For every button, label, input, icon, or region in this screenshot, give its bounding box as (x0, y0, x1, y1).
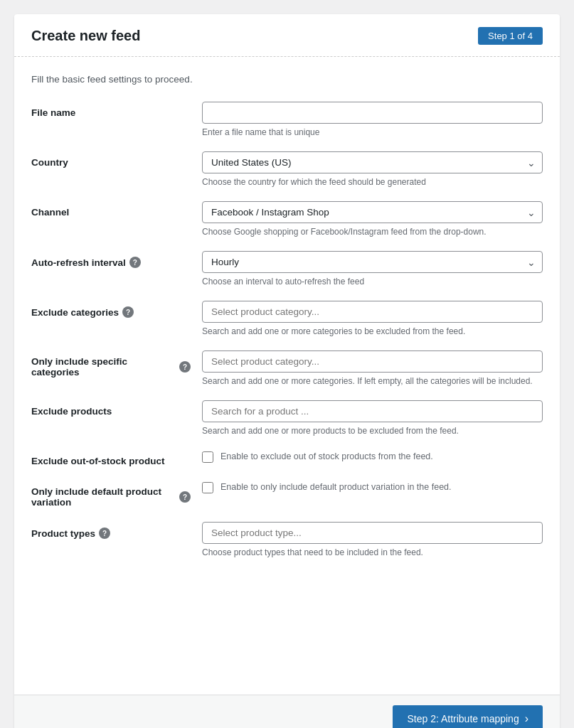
auto-refresh-hint: Choose an interval to auto-refresh the f… (202, 277, 543, 287)
product-types-input[interactable] (202, 522, 543, 544)
default-variation-checkbox-hint: Enable to only include default product v… (220, 481, 452, 494)
next-step-arrow-icon: › (525, 712, 528, 725)
country-select-wrapper: United States (US) United Kingdom (UK) C… (202, 151, 543, 173)
include-categories-row: Only include specific categories ? Searc… (31, 350, 543, 386)
file-name-hint: Enter a file name that is unique (202, 127, 543, 137)
exclude-out-of-stock-checkbox[interactable] (202, 451, 213, 463)
auto-refresh-help-icon[interactable]: ? (129, 257, 141, 268)
auto-refresh-label: Auto-refresh interval ? (31, 257, 191, 268)
file-name-label-col: File name (31, 102, 202, 118)
exclude-categories-help-icon[interactable]: ? (122, 306, 134, 318)
include-categories-hint: Search and add one or more categories. I… (202, 376, 543, 386)
exclude-products-control-col: Search and add one or more products to b… (202, 400, 543, 436)
main-card: Create new feed Step 1 of 4 Fill the bas… (14, 14, 560, 728)
exclude-categories-label: Exclude categories ? (31, 306, 191, 318)
auto-refresh-select[interactable]: Hourly Daily Weekly Monthly (202, 251, 543, 273)
exclude-out-of-stock-label-col: Exclude out-of-stock product (31, 450, 202, 466)
country-select[interactable]: United States (US) United Kingdom (UK) C… (202, 151, 543, 173)
include-categories-help-icon[interactable]: ? (179, 361, 191, 373)
card-footer: Step 2: Attribute mapping › (14, 695, 560, 728)
next-step-label: Step 2: Attribute mapping (407, 713, 519, 724)
step-badge: Step 1 of 4 (478, 27, 543, 45)
product-types-help-icon[interactable]: ? (99, 528, 110, 539)
product-types-row: Product types ? Choose product types tha… (31, 522, 543, 557)
include-categories-control-col: Search and add one or more categories. I… (202, 350, 543, 386)
auto-refresh-label-col: Auto-refresh interval ? (31, 251, 202, 268)
default-variation-checkbox[interactable] (202, 482, 213, 493)
next-step-button[interactable]: Step 2: Attribute mapping › (393, 705, 543, 728)
exclude-out-of-stock-control-col: Enable to exclude out of stock products … (202, 450, 543, 464)
exclude-out-of-stock-row: Exclude out-of-stock product Enable to e… (31, 450, 543, 466)
country-hint: Choose the country for which the feed sh… (202, 177, 543, 187)
page-title: Create new feed (31, 28, 140, 44)
page-wrapper: Create new feed Step 1 of 4 Fill the bas… (14, 14, 560, 728)
card-header: Create new feed Step 1 of 4 (14, 14, 560, 57)
exclude-out-of-stock-label: Exclude out-of-stock product (31, 456, 191, 466)
exclude-categories-input[interactable] (202, 301, 543, 323)
file-name-row: File name Enter a file name that is uniq… (31, 102, 543, 137)
exclude-products-row: Exclude products Search and add one or m… (31, 400, 543, 436)
default-variation-label: Only include default product variation ? (31, 486, 191, 508)
file-name-input[interactable] (202, 102, 543, 124)
default-variation-label-col: Only include default product variation ? (31, 481, 202, 508)
exclude-products-hint: Search and add one or more products to b… (202, 426, 543, 436)
channel-label: Channel (31, 207, 191, 218)
include-categories-label-col: Only include specific categories ? (31, 350, 202, 378)
exclude-products-input[interactable] (202, 400, 543, 422)
channel-label-col: Channel (31, 201, 202, 218)
channel-select-wrapper: Facebook / Instagram Shop Google Shoppin… (202, 201, 543, 223)
file-name-control-col: Enter a file name that is unique (202, 102, 543, 137)
exclude-out-of-stock-checkbox-row: Enable to exclude out of stock products … (202, 450, 543, 464)
intro-text: Fill the basic feed settings to proceed. (31, 74, 543, 85)
exclude-products-label-col: Exclude products (31, 400, 202, 417)
channel-row: Channel Facebook / Instagram Shop Google… (31, 201, 543, 237)
exclude-categories-hint: Search and add one or more categories to… (202, 326, 543, 336)
product-types-hint: Choose product types that need to be inc… (202, 547, 543, 557)
exclude-categories-label-col: Exclude categories ? (31, 301, 202, 318)
exclude-categories-row: Exclude categories ? Search and add one … (31, 301, 543, 336)
product-types-label: Product types ? (31, 528, 191, 539)
auto-refresh-row: Auto-refresh interval ? Hourly Daily Wee… (31, 251, 543, 287)
exclude-out-of-stock-checkbox-hint: Enable to exclude out of stock products … (220, 450, 433, 464)
exclude-products-label: Exclude products (31, 406, 191, 417)
country-row: Country United States (US) United Kingdo… (31, 151, 543, 187)
country-label: Country (31, 157, 191, 168)
product-types-label-col: Product types ? (31, 522, 202, 539)
default-variation-row: Only include default product variation ?… (31, 481, 543, 508)
default-variation-control-col: Enable to only include default product v… (202, 481, 543, 494)
exclude-categories-control-col: Search and add one or more categories to… (202, 301, 543, 336)
auto-refresh-select-wrapper: Hourly Daily Weekly Monthly ⌄ (202, 251, 543, 273)
card-body: Fill the basic feed settings to proceed.… (14, 57, 560, 695)
product-types-control-col: Choose product types that need to be inc… (202, 522, 543, 557)
include-categories-input[interactable] (202, 350, 543, 373)
include-categories-label: Only include specific categories ? (31, 356, 191, 378)
channel-hint: Choose Google shopping or Facebook/Insta… (202, 227, 543, 237)
default-variation-checkbox-row: Enable to only include default product v… (202, 481, 543, 494)
channel-control-col: Facebook / Instagram Shop Google Shoppin… (202, 201, 543, 237)
channel-select[interactable]: Facebook / Instagram Shop Google Shoppin… (202, 201, 543, 223)
default-variation-help-icon[interactable]: ? (179, 491, 191, 503)
auto-refresh-control-col: Hourly Daily Weekly Monthly ⌄ Choose an … (202, 251, 543, 287)
country-control-col: United States (US) United Kingdom (UK) C… (202, 151, 543, 187)
file-name-label: File name (31, 107, 191, 118)
country-label-col: Country (31, 151, 202, 168)
